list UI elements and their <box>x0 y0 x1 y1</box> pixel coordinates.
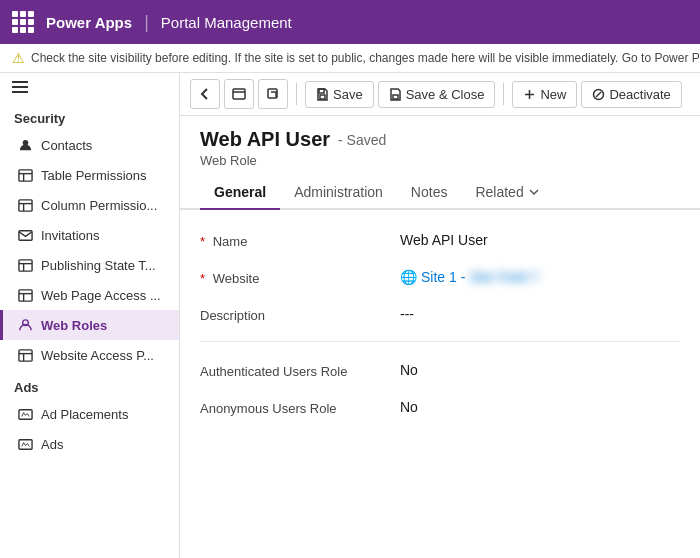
form-divider <box>200 341 680 342</box>
view-button[interactable] <box>224 79 254 109</box>
form-row-authenticated: Authenticated Users Role No <box>200 360 680 379</box>
deactivate-button[interactable]: Deactivate <box>581 81 681 108</box>
web-page-access-icon <box>17 287 33 303</box>
warning-banner: ⚠ Check the site visibility before editi… <box>0 44 700 73</box>
chevron-down-icon <box>528 186 540 198</box>
svg-rect-1 <box>18 169 31 180</box>
popup-button[interactable] <box>258 79 288 109</box>
new-button[interactable]: New <box>512 81 577 108</box>
table-permissions-icon <box>17 167 33 183</box>
portal-name[interactable]: Portal Management <box>161 14 292 31</box>
svg-rect-4 <box>18 199 31 210</box>
sidebar-label-ad-placements: Ad Placements <box>41 407 128 422</box>
tab-administration[interactable]: Administration <box>280 176 397 210</box>
web-roles-icon <box>17 317 33 333</box>
svg-rect-20 <box>233 89 245 99</box>
sidebar: Security Contacts Table Permissions Colu… <box>0 73 180 558</box>
sidebar-item-table-permissions[interactable]: Table Permissions <box>0 160 179 190</box>
record-header: Web API User - Saved Web Role <box>180 116 700 168</box>
content-area: Save Save & Close New Deactivate Web API… <box>180 73 700 558</box>
warning-text: Check the site visibility before editing… <box>31 51 700 65</box>
svg-line-29 <box>596 92 601 97</box>
contacts-icon <box>17 137 33 153</box>
save-button[interactable]: Save <box>305 81 374 108</box>
sidebar-label-web-page-access: Web Page Access ... <box>41 288 161 303</box>
nav-divider: | <box>144 12 149 33</box>
ads-icon <box>17 436 33 452</box>
app-name[interactable]: Power Apps <box>46 14 132 31</box>
tab-notes[interactable]: Notes <box>397 176 462 210</box>
label-website: * Website <box>200 267 400 286</box>
sidebar-label-table-permissions: Table Permissions <box>41 168 147 183</box>
record-title-row: Web API User - Saved <box>200 128 680 151</box>
publishing-state-icon <box>17 257 33 273</box>
save-close-button[interactable]: Save & Close <box>378 81 496 108</box>
tab-general[interactable]: General <box>200 176 280 210</box>
sidebar-toggle[interactable] <box>0 73 179 101</box>
svg-rect-19 <box>18 439 31 448</box>
sidebar-item-contacts[interactable]: Contacts <box>0 130 179 160</box>
label-description: Description <box>200 304 400 323</box>
top-nav: Power Apps | Portal Management <box>0 0 700 44</box>
warning-icon: ⚠ <box>12 50 25 66</box>
toolbar: Save Save & Close New Deactivate <box>180 73 700 116</box>
sidebar-label-invitations: Invitations <box>41 228 100 243</box>
value-authenticated: No <box>400 360 680 378</box>
required-indicator-website: * <box>200 271 205 286</box>
blurred-site-name: Site Field 7 <box>469 269 539 285</box>
label-authenticated: Authenticated Users Role <box>200 360 400 379</box>
form-row-website: * Website 🌐 Site 1 - Site Field 7 <box>200 267 680 286</box>
svg-rect-18 <box>18 409 31 418</box>
sidebar-label-column-permissions: Column Permissio... <box>41 198 157 213</box>
sidebar-item-invitations[interactable]: Invitations <box>0 220 179 250</box>
website-access-icon <box>17 347 33 363</box>
label-anonymous: Anonymous Users Role <box>200 397 400 416</box>
sidebar-item-ads[interactable]: Ads <box>0 429 179 459</box>
label-name: * Name <box>200 230 400 249</box>
form-area: * Name Web API User * Website 🌐 Site 1 -… <box>180 210 700 558</box>
ad-placements-icon <box>17 406 33 422</box>
hamburger-icon <box>12 81 28 93</box>
sidebar-item-publishing-state[interactable]: Publishing State T... <box>0 250 179 280</box>
svg-rect-23 <box>320 95 325 99</box>
tab-related[interactable]: Related <box>461 176 553 210</box>
tabs-bar: General Administration Notes Related <box>180 176 700 210</box>
sidebar-label-publishing-state: Publishing State T... <box>41 258 156 273</box>
sidebar-item-website-access[interactable]: Website Access P... <box>0 340 179 370</box>
toolbar-separator-2 <box>503 83 504 105</box>
sidebar-label-web-roles: Web Roles <box>41 318 107 333</box>
toolbar-separator-1 <box>296 83 297 105</box>
sidebar-item-web-roles[interactable]: Web Roles <box>0 310 179 340</box>
value-anonymous: No <box>400 397 680 415</box>
sidebar-label-contacts: Contacts <box>41 138 92 153</box>
record-saved-label: - Saved <box>338 132 386 148</box>
record-title: Web API User <box>200 128 330 151</box>
main-layout: Security Contacts Table Permissions Colu… <box>0 73 700 558</box>
required-indicator: * <box>200 234 205 249</box>
waffle-icon[interactable] <box>12 11 34 33</box>
sidebar-item-web-page-access[interactable]: Web Page Access ... <box>0 280 179 310</box>
back-button[interactable] <box>190 79 220 109</box>
svg-rect-8 <box>18 259 31 270</box>
invitations-icon <box>17 227 33 243</box>
svg-rect-24 <box>319 89 324 93</box>
svg-rect-11 <box>18 289 31 300</box>
sidebar-label-website-access: Website Access P... <box>41 348 154 363</box>
sidebar-label-ads: Ads <box>41 437 63 452</box>
form-row-anonymous: Anonymous Users Role No <box>200 397 680 416</box>
sidebar-item-column-permissions[interactable]: Column Permissio... <box>0 190 179 220</box>
value-website[interactable]: 🌐 Site 1 - Site Field 7 <box>400 267 680 285</box>
svg-rect-15 <box>18 349 31 360</box>
section-ads-label: Ads <box>0 370 179 399</box>
svg-rect-7 <box>18 230 31 239</box>
record-type: Web Role <box>200 153 680 168</box>
form-row-name: * Name Web API User <box>200 230 680 249</box>
form-row-description: Description --- <box>200 304 680 323</box>
svg-rect-25 <box>393 95 398 99</box>
column-permissions-icon <box>17 197 33 213</box>
value-description: --- <box>400 304 680 322</box>
sidebar-item-ad-placements[interactable]: Ad Placements <box>0 399 179 429</box>
website-link-text[interactable]: Site 1 - <box>421 269 465 285</box>
value-name: Web API User <box>400 230 680 248</box>
globe-icon: 🌐 <box>400 269 417 285</box>
